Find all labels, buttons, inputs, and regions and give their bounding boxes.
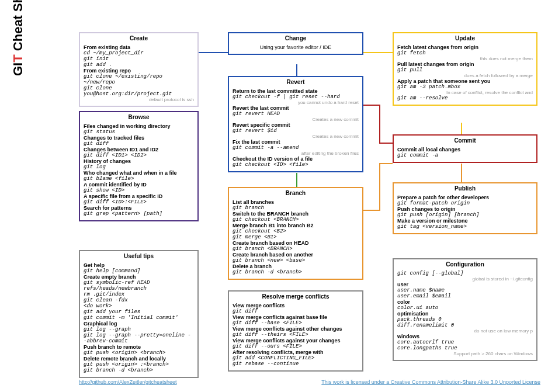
cmd: git commit -a --amend (233, 145, 359, 151)
cmd: git branch <new> <base> (233, 258, 359, 263)
cmd: git am --resolve (397, 95, 533, 101)
note: Creates a new commit (233, 117, 359, 122)
cmd: git clean -fdx (84, 297, 194, 303)
note: default protocol is ssh (84, 97, 194, 102)
commit-box: Commit Commit all local changesgit commi… (393, 134, 537, 163)
cmd: git commit -a (397, 152, 533, 158)
lbl: Files changed in working directory (84, 123, 171, 129)
lbl: View merge conflicts against your change… (233, 338, 340, 344)
lbl: Changes between ID1 and ID2 (84, 147, 158, 152)
cmd: git commit -m 'Initial commit' (84, 315, 194, 321)
browse-heading: Browse (84, 114, 194, 120)
browse-box: Browse Files changed in working director… (79, 111, 199, 221)
change-box: Change Using your favorite editor / IDE (228, 32, 363, 55)
footer: http://github.com/AlexZeitler/gitcheatsh… (79, 379, 540, 385)
lbl: Delete a branch (233, 263, 272, 269)
lbl: color (397, 299, 410, 305)
publish-box: Publish Prepare a patch for other develo… (393, 182, 537, 234)
cmd: git format-patch origin (397, 200, 533, 206)
create-label-existing-data: From existing data (84, 44, 130, 50)
lbl: Search for patterns (84, 205, 132, 211)
cmd: user.name $name (397, 287, 533, 293)
cmd: git add . (84, 62, 194, 68)
lbl: Prepare a patch for other developers (397, 195, 489, 200)
lbl: Pull latest changes from origin (397, 61, 474, 67)
change-text: Using your favorite editor / IDE (233, 44, 359, 50)
cmd: git diff --ours <FILE> (233, 344, 359, 349)
license-link[interactable]: This work is licensed under a Creative C… (321, 379, 540, 385)
cmd: rm .git/index (84, 292, 194, 297)
lbl: Push changes to origin (397, 206, 456, 212)
lbl: windows (397, 334, 419, 339)
cmd: git add <CONFLICTING_FILE> (233, 355, 359, 361)
cmd: git diff <ID>:<FILE> (84, 199, 194, 205)
cmd: git push [origin] [branch] (397, 212, 533, 218)
cmd: git add your files (84, 309, 194, 315)
cmd: core.autocrlf true (397, 339, 533, 345)
config-box: Configuration git config [--global]globa… (393, 258, 537, 361)
cmd: git help [command] (84, 268, 194, 274)
cmd: git revert HEAD (233, 111, 359, 117)
note: this does not merge them (397, 56, 533, 61)
cmd: git tag <version_name> (397, 224, 533, 230)
commit-heading: Commit (397, 137, 533, 144)
cmd: git branch (233, 205, 359, 211)
lbl: View merge conflicts (233, 303, 285, 308)
lbl: Get help (84, 262, 105, 268)
resolve-heading: Resolve merge conflicts (233, 293, 359, 300)
source-link[interactable]: http://github.com/AlexZeitler/gitcheatsh… (79, 379, 177, 385)
cmd: git log (84, 164, 194, 170)
config-heading: Configuration (397, 261, 533, 268)
cmd: git grep <pattern> [path] (84, 211, 194, 217)
cmd: diff.renamelimit 0 (397, 322, 533, 328)
cmd: core.longpaths true (397, 345, 533, 351)
lbl: optimisation (397, 311, 429, 317)
cmd: git show <ID> (84, 188, 194, 193)
cmd: git checkout <BRANCH> (233, 217, 359, 223)
cmd: user.email $email (397, 293, 533, 299)
lbl: Delete remote branch and locally (84, 356, 166, 362)
cmd: <do work> (84, 303, 194, 309)
cmd: git log --graph --pretty=oneline --abbre… (84, 332, 194, 344)
cmd: git init (84, 56, 194, 62)
update-heading: Update (397, 35, 533, 41)
tips-box: Useful tips Get helpgit help [command] C… (79, 250, 199, 378)
note: Creates a new commit (233, 134, 359, 139)
note: do not use on low memory p (397, 328, 533, 334)
publish-heading: Publish (397, 185, 533, 192)
cmd: git push <origin> <branch> (84, 350, 194, 356)
lbl: View merge conflicts against base file (233, 314, 327, 320)
update-box: Update Fetch latest changes from origing… (393, 32, 537, 106)
lbl: Merge branch B1 into branch B2 (233, 223, 314, 228)
lbl: Switch to the BRANCH branch (233, 211, 308, 217)
note: does a fetch followed by a merge (397, 73, 533, 78)
resolve-box: Resolve merge conflicts View merge confl… (228, 290, 363, 372)
cmd: git diff --base <FILE> (233, 320, 359, 326)
branch-heading: Branch (233, 190, 359, 196)
lbl: Return to the last committed state (233, 88, 318, 94)
cmd: cd ~/my_project_dir (84, 50, 194, 56)
lbl: Changes to tracked files (84, 135, 144, 141)
cmd: git branch -d <branch> (233, 269, 359, 275)
note: global is stored in ~/.gitconfig (397, 276, 533, 282)
lbl: View merge conflicts against other chang… (233, 326, 342, 332)
cmd: git status (84, 129, 194, 135)
lbl: Apply a patch that someone sent you (397, 78, 491, 84)
lbl: user (397, 282, 408, 287)
lbl: Create empty branch (84, 274, 136, 280)
cmd: git push <origin> :<branch> (84, 362, 194, 367)
lbl: After resolving conflicts, merge with (233, 349, 324, 355)
lbl: Make a version or milestone (397, 218, 468, 224)
cmd: git merge <B1> (233, 234, 359, 240)
change-heading: Change (233, 35, 359, 41)
page-title: GIT Cheat Sheet (11, 0, 26, 76)
lbl: Fix the last commit (233, 139, 280, 145)
note: Support path > 260 chars on Windows (397, 351, 533, 356)
cmd: git blame <file> (84, 176, 194, 182)
revert-box: Revert Return to the last committed stat… (228, 76, 363, 172)
cmd: git diff <ID1> <ID2> (84, 152, 194, 158)
cmd: git pull (397, 67, 533, 73)
cmd: color.ui auto (397, 305, 533, 311)
cmd: git checkout -f | git reset --hard (233, 94, 359, 100)
lbl: Graphical log (84, 321, 117, 327)
